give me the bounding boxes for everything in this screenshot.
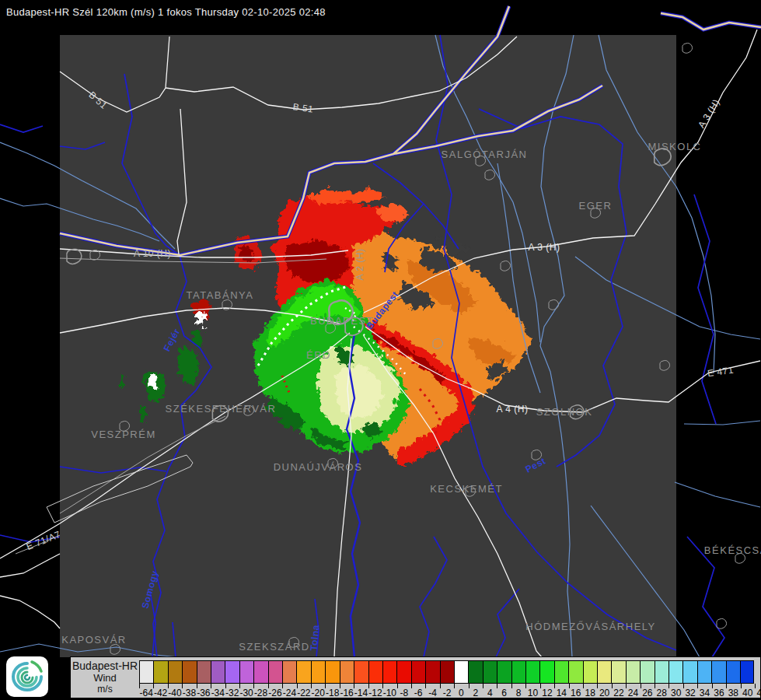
legend-swatch: [440, 660, 454, 684]
legend-swatch: [468, 660, 482, 684]
legend-tick: [569, 684, 570, 688]
legend-swatch: [497, 660, 511, 684]
legend-swatch: [511, 660, 525, 684]
legend-tick: [655, 684, 655, 688]
legend-tick-label: -10: [383, 688, 396, 698]
legend-tick-label: 6: [501, 688, 507, 698]
radar-map: [0, 0, 761, 700]
legend-tick: [540, 684, 541, 688]
legend-swatch: [253, 660, 267, 684]
legend-tick-label: 28: [657, 688, 667, 698]
legend-swatch: [282, 660, 296, 684]
legend-tick: [397, 684, 398, 688]
legend-tick: [483, 684, 483, 688]
legend-tick: [741, 684, 742, 688]
legend-tick: [697, 684, 698, 688]
legend-tick-label: -18: [326, 688, 339, 698]
legend-tick: [497, 684, 497, 688]
legend-swatch: [325, 660, 339, 684]
legend-swatch: [225, 660, 239, 684]
legend-swatch: [411, 660, 425, 684]
legend-swatch: [697, 660, 711, 684]
legend-tick: [411, 684, 412, 688]
legend-tick-label: -16: [340, 688, 353, 698]
legend-tick-label: -38: [183, 688, 196, 698]
legend-tick-label: 20: [599, 688, 609, 698]
legend-swatch: [583, 660, 597, 684]
legend-tick-label: -24: [283, 688, 296, 698]
legend-tick: [683, 684, 684, 688]
legend-tick-label: -8: [400, 688, 408, 698]
legend-tick-label: -36: [197, 688, 210, 698]
legend-tick-label: 32: [685, 688, 695, 698]
legend-swatch: [311, 660, 325, 684]
legend-tick-label: -12: [368, 688, 382, 698]
legend-tick-label: 30: [671, 688, 681, 698]
legend-tick-label: -64: [140, 688, 153, 698]
legend-swatch: [296, 660, 310, 684]
legend-tick-label: -30: [239, 688, 253, 698]
legend-tick-label: 2: [473, 688, 478, 698]
legend-swatch: [626, 660, 640, 684]
legend-tick: [712, 684, 713, 688]
legend-tick-label: -42: [154, 688, 167, 698]
legend-tick-label: 40: [742, 688, 752, 698]
legend-swatch: [655, 660, 668, 684]
legend-panel: Budapest-HR Wind m/s -64-42-40-38-36-34-…: [70, 656, 761, 698]
legend-swatch: [153, 660, 167, 684]
legend-swatch: [682, 660, 696, 684]
legend-tick-label: -28: [254, 688, 267, 698]
legend-tick-label: 0: [459, 688, 464, 698]
legend-brand-line2: Wind: [71, 672, 139, 684]
legend-tick: [583, 684, 584, 688]
legend-swatch: [525, 660, 539, 684]
legend-swatch: [726, 660, 740, 684]
legend-swatch: [354, 660, 368, 684]
radar-logo: [6, 656, 48, 697]
legend-tick-label: -26: [268, 688, 281, 698]
legend-swatch: [425, 660, 439, 684]
legend-bar: Budapest-HR Wind m/s -64-42-40-38-36-34-…: [0, 656, 761, 700]
legend-swatch: [239, 660, 253, 684]
legend-tick-label: 18: [585, 688, 595, 698]
legend-swatch: [711, 660, 725, 684]
legend-tick: [726, 684, 727, 688]
legend-swatch-row: [139, 660, 755, 684]
legend-swatch: [340, 660, 354, 684]
legend-swatch: [568, 660, 582, 684]
legend-tick-label: 16: [571, 688, 581, 698]
legend-tick: [511, 684, 512, 688]
legend-tick-label: -2: [443, 688, 452, 698]
legend-tick-label: -40: [168, 688, 181, 698]
legend-swatch: [483, 660, 497, 684]
legend-tick-label: 36: [714, 688, 724, 698]
legend-swatch: [740, 660, 754, 684]
legend-tick: [668, 684, 669, 688]
legend-swatch: [197, 660, 211, 684]
radar-page: Budapest-HR Szél 120km (m/s) 1 fokos Thu…: [0, 0, 761, 700]
legend-tick-label: 34: [700, 688, 710, 698]
legend-swatch: [139, 660, 153, 684]
legend-swatch: [211, 660, 225, 684]
legend-swatch: [640, 660, 654, 684]
legend-tick: [626, 684, 627, 688]
legend-scale: -64-42-40-38-36-34-32-30-28-26-24-22-20-…: [139, 660, 761, 698]
legend-tick: [469, 684, 470, 688]
legend-tick: [597, 684, 598, 688]
legend-swatch: [554, 660, 568, 684]
legend-tick-label: -14: [354, 688, 368, 698]
legend-tick-label: 4: [487, 688, 493, 698]
legend-tick-label: -20: [312, 688, 325, 698]
legend-brand-line1: Budapest-HR: [71, 660, 139, 672]
legend-swatch: [368, 660, 382, 684]
legend-tick: [755, 684, 756, 688]
legend-tick-label: 14: [557, 688, 567, 698]
legend-tick: [454, 684, 455, 688]
legend-tick-label: -6: [414, 688, 423, 698]
legend-swatch: [168, 660, 182, 684]
legend-swatch: [268, 660, 282, 684]
legend-tick-label: -34: [211, 688, 225, 698]
legend-tick-label: 26: [642, 688, 652, 698]
legend-tick: [554, 684, 555, 688]
legend-tick-label: 22: [613, 688, 623, 698]
